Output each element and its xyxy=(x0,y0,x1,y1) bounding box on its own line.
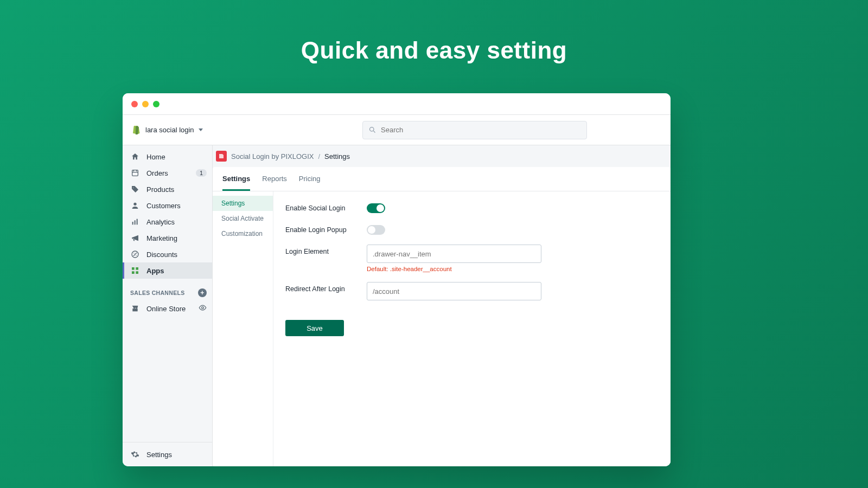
svg-rect-9 xyxy=(136,267,138,270)
eye-icon[interactable] xyxy=(199,304,207,313)
close-icon[interactable] xyxy=(131,101,138,107)
subnav-social-activate[interactable]: Social Activate xyxy=(213,211,273,226)
enable-social-login-label: Enable Social Login xyxy=(285,201,367,212)
products-icon xyxy=(130,184,140,194)
svg-point-3 xyxy=(133,203,136,206)
save-button[interactable]: Save xyxy=(285,320,344,336)
home-icon xyxy=(130,152,140,162)
sidebar-item-discounts[interactable]: Discounts xyxy=(123,246,212,262)
sidebar-item-label: Products xyxy=(146,185,207,194)
svg-rect-5 xyxy=(135,220,136,224)
top-bar: lara social login xyxy=(123,115,671,145)
sidebar-item-products[interactable]: Products xyxy=(123,181,212,197)
sidebar-item-label: Apps xyxy=(146,267,207,275)
sidebar-item-settings[interactable]: Settings xyxy=(123,442,212,466)
settings-card: Settings Reports Pricing Settings Social… xyxy=(213,167,671,466)
breadcrumb-separator: / xyxy=(318,152,320,160)
sidebar-item-label: Analytics xyxy=(146,218,207,226)
breadcrumb-page: Settings xyxy=(324,152,350,160)
breadcrumb-app[interactable]: Social Login by PIXLOGIX xyxy=(231,152,314,160)
app-logo-icon xyxy=(216,151,227,162)
store-picker[interactable]: lara social login xyxy=(130,124,203,136)
sidebar-item-home[interactable]: Home xyxy=(123,149,212,165)
store-icon xyxy=(130,304,140,313)
svg-rect-8 xyxy=(132,267,135,270)
tab-reports[interactable]: Reports xyxy=(262,167,287,191)
marketing-icon xyxy=(130,233,140,243)
tab-settings[interactable]: Settings xyxy=(222,167,250,191)
channels-header-label: SALES CHANNELS xyxy=(130,290,184,296)
app-window: lara social login Home Orders 1 xyxy=(123,93,671,466)
sidebar-item-marketing[interactable]: Marketing xyxy=(123,230,212,246)
sidebar-item-customers[interactable]: Customers xyxy=(123,197,212,214)
svg-point-12 xyxy=(202,307,204,309)
gear-icon xyxy=(130,450,140,459)
sidebar-item-label: Discounts xyxy=(146,251,207,259)
subnav-settings[interactable]: Settings xyxy=(213,196,273,211)
svg-rect-10 xyxy=(132,271,135,274)
search-input[interactable] xyxy=(381,126,581,134)
subnav-customization[interactable]: Customization xyxy=(213,226,273,241)
apps-icon xyxy=(130,266,140,275)
sidebar-item-label: Marketing xyxy=(146,234,207,242)
svg-point-0 xyxy=(370,127,374,132)
search-field[interactable] xyxy=(362,121,587,139)
enable-login-popup-toggle[interactable] xyxy=(367,225,385,235)
add-channel-button[interactable]: + xyxy=(198,288,207,297)
sidebar-item-label: Customers xyxy=(146,202,207,210)
sidebar-item-orders[interactable]: Orders 1 xyxy=(123,165,212,181)
svg-rect-11 xyxy=(136,271,138,274)
redirect-after-login-label: Redirect After Login xyxy=(285,282,367,293)
sidebar-item-label: Home xyxy=(146,153,207,161)
svg-rect-4 xyxy=(132,222,133,224)
sidebar-item-online-store[interactable]: Online Store xyxy=(123,300,212,317)
breadcrumb: Social Login by PIXLOGIX / Settings xyxy=(213,145,671,167)
customers-icon xyxy=(130,201,140,210)
enable-social-login-toggle[interactable] xyxy=(367,203,385,213)
redirect-after-login-input[interactable] xyxy=(367,282,541,300)
sales-channels-header: SALES CHANNELS + xyxy=(123,279,212,300)
analytics-icon xyxy=(130,217,140,227)
enable-login-popup-label: Enable Login Popup xyxy=(285,223,367,234)
window-titlebar xyxy=(123,93,671,115)
chevron-down-icon xyxy=(199,129,203,131)
sidebar: Home Orders 1 Products Customers A xyxy=(123,145,213,466)
tab-pricing[interactable]: Pricing xyxy=(299,167,321,191)
main-content: Social Login by PIXLOGIX / Settings Sett… xyxy=(213,145,671,466)
tab-row: Settings Reports Pricing xyxy=(213,167,671,191)
login-element-helper: Default: .site-header__account xyxy=(367,266,541,272)
login-element-input[interactable] xyxy=(367,245,541,263)
settings-subnav: Settings Social Activate Customization xyxy=(213,191,273,466)
sidebar-item-label: Orders xyxy=(146,169,189,177)
sidebar-item-label: Settings xyxy=(146,451,207,459)
sidebar-item-apps[interactable]: Apps xyxy=(123,262,212,279)
hero-title: Quick and easy setting xyxy=(0,0,868,64)
search-icon xyxy=(368,126,376,134)
orders-badge: 1 xyxy=(196,169,207,177)
settings-form: Enable Social Login Enable Login Popup xyxy=(273,191,671,466)
sidebar-item-analytics[interactable]: Analytics xyxy=(123,214,212,230)
sidebar-footer: Settings xyxy=(123,442,212,466)
svg-rect-6 xyxy=(137,219,138,225)
orders-icon xyxy=(130,168,140,178)
minimize-icon[interactable] xyxy=(142,101,149,107)
login-element-label: Login Element xyxy=(285,245,367,255)
maximize-icon[interactable] xyxy=(153,101,159,107)
svg-line-1 xyxy=(373,131,375,132)
svg-rect-2 xyxy=(132,170,138,176)
store-name: lara social login xyxy=(145,126,194,134)
shopify-icon xyxy=(130,124,141,136)
discounts-icon xyxy=(130,249,140,259)
sidebar-item-label: Online Store xyxy=(146,305,192,313)
